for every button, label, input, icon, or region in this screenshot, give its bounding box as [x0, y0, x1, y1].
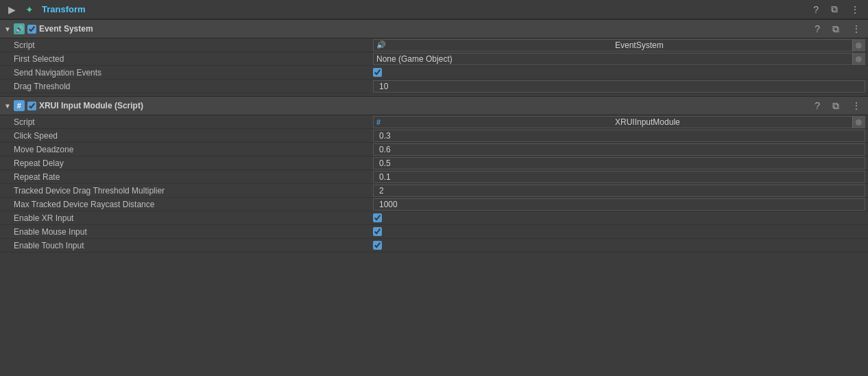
- xrui-title: XRUI Input Module (Script): [39, 101, 143, 110]
- first-selected-value: None (Game Object) ◎: [370, 53, 868, 65]
- table-row: Tracked Device Drag Threshold Multiplier: [0, 184, 868, 198]
- top-bar-title: Transform: [42, 4, 86, 14]
- repeat-delay-label: Repeat Delay: [0, 158, 370, 168]
- table-row: Script 🔊 EventSystem ◎: [0, 38, 868, 52]
- event-system-sliders-icon[interactable]: ⧉: [830, 22, 842, 36]
- xrui-script-label: Script: [0, 117, 370, 127]
- xrui-section-header-left: ▼ # XRUI Input Module (Script): [4, 100, 812, 111]
- table-row: Repeat Delay: [0, 156, 868, 170]
- event-system-icon: 🔊: [14, 23, 25, 34]
- move-deadzone-input[interactable]: [376, 144, 862, 155]
- enable-touch-checkbox[interactable]: [373, 241, 382, 250]
- xrui-script-circle-btn[interactable]: ◎: [852, 116, 865, 128]
- table-row: Enable XR Input: [0, 211, 868, 225]
- click-speed-label: Click Speed: [0, 131, 370, 141]
- move-deadzone-field[interactable]: [373, 143, 865, 156]
- drag-threshold-input[interactable]: [376, 81, 862, 92]
- repeat-rate-label: Repeat Rate: [0, 172, 370, 182]
- dots-icon[interactable]: ⋮: [847, 3, 863, 16]
- tracked-drag-value: [370, 185, 868, 197]
- table-row: Max Tracked Device Raycast Distance: [0, 198, 868, 211]
- enable-touch-value: [370, 241, 868, 250]
- drag-threshold-value: [370, 80, 868, 93]
- drag-threshold-label: Drag Threshold: [0, 82, 370, 91]
- xrui-icon: #: [14, 100, 25, 111]
- event-system-properties: Script 🔊 EventSystem ◎ First Selected No…: [0, 38, 868, 93]
- first-selected-field[interactable]: None (Game Object) ◎: [373, 53, 865, 65]
- repeat-delay-field[interactable]: [373, 157, 865, 169]
- xrui-header-right: ? ⧉ ⋮: [812, 99, 864, 113]
- max-raycast-label: Max Tracked Device Raycast Distance: [0, 200, 370, 209]
- xrui-script-text: XRUIInputModule: [612, 117, 852, 127]
- enable-mouse-label: Enable Mouse Input: [0, 227, 370, 237]
- script-label: Script: [0, 40, 370, 50]
- event-system-title: Event System: [39, 24, 93, 34]
- event-system-header-right: ? ⧉ ⋮: [812, 22, 864, 36]
- help-icon[interactable]: ?: [810, 3, 821, 16]
- click-speed-input[interactable]: [376, 130, 862, 141]
- repeat-rate-input[interactable]: [376, 172, 862, 183]
- xrui-properties: Script # XRUIInputModule ◎ Click Speed M…: [0, 115, 868, 252]
- table-row: Click Speed: [0, 129, 868, 143]
- tracked-drag-field[interactable]: [373, 185, 865, 197]
- script-icon: 🔊: [374, 40, 612, 49]
- repeat-rate-field[interactable]: [373, 171, 865, 183]
- send-nav-events-checkbox[interactable]: [373, 68, 382, 77]
- max-raycast-value: [370, 198, 868, 211]
- table-row: Send Navigation Events: [0, 66, 868, 80]
- enable-touch-label: Enable Touch Input: [0, 241, 370, 250]
- click-speed-field[interactable]: [373, 130, 865, 142]
- collapse-arrow-event-system[interactable]: ▼: [4, 25, 11, 33]
- script-field[interactable]: 🔊 EventSystem ◎: [373, 39, 865, 51]
- max-raycast-field[interactable]: [373, 198, 865, 211]
- move-deadzone-value: [370, 143, 868, 156]
- tracked-drag-input[interactable]: [376, 185, 862, 196]
- section-header-left: ▼ 🔊 Event System: [4, 23, 812, 34]
- xrui-dots-icon[interactable]: ⋮: [849, 99, 864, 113]
- first-selected-circle-btn[interactable]: ◎: [852, 53, 865, 65]
- table-row: Script # XRUIInputModule ◎: [0, 115, 868, 129]
- enable-xr-value: [370, 213, 868, 222]
- top-bar: ▶ ✦ Transform ? ⧉ ⋮: [0, 0, 868, 19]
- enable-xr-checkbox[interactable]: [373, 213, 382, 222]
- table-row: First Selected None (Game Object) ◎: [0, 52, 868, 66]
- send-nav-events-value: [370, 68, 868, 77]
- xrui-section-header: ▼ # XRUI Input Module (Script) ? ⧉ ⋮: [0, 96, 868, 115]
- click-speed-value: [370, 130, 868, 142]
- top-bar-right-icons: ? ⧉ ⋮: [810, 2, 863, 16]
- play-icon[interactable]: ▶: [5, 3, 19, 16]
- enable-mouse-checkbox[interactable]: [373, 227, 382, 236]
- table-row: Enable Touch Input: [0, 239, 868, 252]
- first-selected-text: None (Game Object): [374, 54, 852, 64]
- event-system-dots-icon[interactable]: ⋮: [849, 22, 864, 36]
- event-system-help-icon[interactable]: ?: [812, 22, 823, 36]
- table-row: Repeat Rate: [0, 170, 868, 184]
- xrui-help-icon[interactable]: ?: [812, 99, 823, 113]
- xrui-sliders-icon[interactable]: ⧉: [830, 99, 842, 113]
- first-selected-label: First Selected: [0, 54, 370, 64]
- tracked-drag-label: Tracked Device Drag Threshold Multiplier: [0, 186, 370, 196]
- collapse-arrow-xrui[interactable]: ▼: [4, 102, 11, 110]
- enable-xr-label: Enable XR Input: [0, 213, 370, 223]
- target-icon[interactable]: ✦: [23, 3, 36, 16]
- script-value: 🔊 EventSystem ◎: [370, 39, 868, 51]
- script-circle-btn[interactable]: ◎: [852, 39, 865, 51]
- xrui-script-field[interactable]: # XRUIInputModule ◎: [373, 116, 865, 128]
- send-nav-events-label: Send Navigation Events: [0, 68, 370, 78]
- xrui-script-icon: #: [374, 118, 612, 126]
- top-bar-left-icons: ▶ ✦: [5, 3, 36, 16]
- repeat-delay-input[interactable]: [376, 158, 862, 169]
- table-row: Drag Threshold: [0, 80, 868, 93]
- drag-threshold-field[interactable]: [373, 80, 865, 93]
- repeat-delay-value: [370, 157, 868, 169]
- script-text: EventSystem: [612, 40, 852, 50]
- xrui-script-value: # XRUIInputModule ◎: [370, 116, 868, 128]
- event-system-section-header: ▼ 🔊 Event System ? ⧉ ⋮: [0, 19, 868, 38]
- move-deadzone-label: Move Deadzone: [0, 145, 370, 154]
- event-system-enabled-checkbox[interactable]: [27, 25, 36, 34]
- table-row: Enable Mouse Input: [0, 225, 868, 239]
- sliders-icon[interactable]: ⧉: [828, 2, 841, 16]
- table-row: Move Deadzone: [0, 143, 868, 156]
- xrui-enabled-checkbox[interactable]: [27, 102, 36, 110]
- max-raycast-input[interactable]: [376, 199, 862, 210]
